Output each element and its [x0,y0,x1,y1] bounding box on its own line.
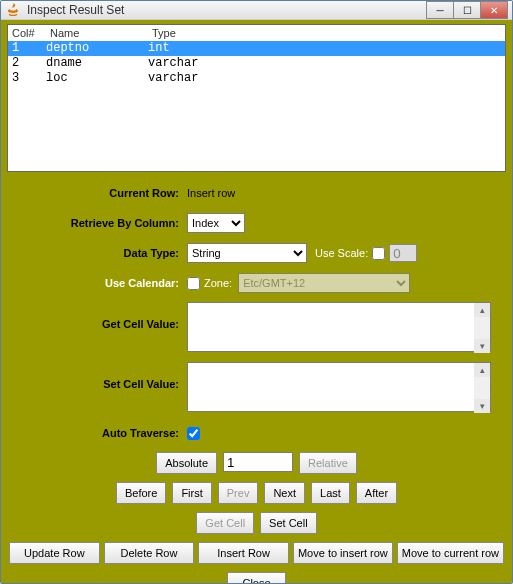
use-scale-checkbox[interactable] [372,247,385,260]
set-cell-button[interactable]: Set Cell [260,512,317,534]
label-get-cell: Get Cell Value: [7,302,187,330]
columns-table: Col# Name Type 1 deptno int 2 dname varc… [7,24,506,172]
absolute-button[interactable]: Absolute [156,452,217,474]
close-button[interactable]: Close [227,572,285,584]
titlebar: Inspect Result Set ─ ☐ ✕ [1,1,512,20]
table-body[interactable]: 1 deptno int 2 dname varchar 3 loc varch… [8,41,505,171]
zone-select[interactable]: Etc/GMT+12 [238,273,410,293]
table-header: Col# Name Type [8,25,505,41]
data-type-select[interactable]: String [187,243,307,263]
delete-row-button[interactable]: Delete Row [104,542,195,564]
cell-num: 2 [8,56,46,71]
minimize-button[interactable]: ─ [426,1,454,19]
form-area: Current Row: Insert row Retrieve By Colu… [7,172,506,584]
get-cell-textarea[interactable] [187,302,491,352]
header-type: Type [148,25,505,41]
last-button[interactable]: Last [311,482,350,504]
java-icon [5,2,21,18]
cell-type: int [148,41,505,56]
label-current-row: Current Row: [7,187,187,199]
label-use-calendar: Use Calendar: [7,277,187,289]
cell-type: varchar [148,71,505,86]
move-current-row-button[interactable]: Move to current row [397,542,504,564]
update-row-button[interactable]: Update Row [9,542,100,564]
window-title: Inspect Result Set [27,3,427,17]
next-button[interactable]: Next [264,482,305,504]
maximize-button[interactable]: ☐ [453,1,481,19]
cell-num: 3 [8,71,46,86]
after-button[interactable]: After [356,482,397,504]
label-use-scale: Use Scale: [315,247,368,259]
get-cell-button[interactable]: Get Cell [196,512,254,534]
cell-num: 1 [8,41,46,56]
label-auto-traverse: Auto Traverse: [7,427,187,439]
scale-input[interactable] [389,244,417,262]
close-window-button[interactable]: ✕ [480,1,508,19]
label-zone: Zone: [204,277,232,289]
scroll-up-icon[interactable]: ▴ [474,363,490,377]
value-current-row: Insert row [187,187,506,199]
window-buttons: ─ ☐ ✕ [427,1,508,19]
scrollbar[interactable]: ▴▾ [474,363,490,413]
scroll-up-icon[interactable]: ▴ [474,303,490,317]
scroll-down-icon[interactable]: ▾ [474,339,490,353]
first-button[interactable]: First [172,482,211,504]
content-area: Col# Name Type 1 deptno int 2 dname varc… [1,20,512,584]
before-button[interactable]: Before [116,482,166,504]
relative-button[interactable]: Relative [299,452,357,474]
cell-type: varchar [148,56,505,71]
auto-traverse-checkbox[interactable] [187,427,200,440]
window: Inspect Result Set ─ ☐ ✕ Col# Name Type … [0,0,513,584]
cell-name: deptno [46,41,148,56]
table-row[interactable]: 3 loc varchar [8,71,505,86]
cell-name: dname [46,56,148,71]
table-row[interactable]: 1 deptno int [8,41,505,56]
label-set-cell: Set Cell Value: [7,362,187,390]
prev-button[interactable]: Prev [218,482,259,504]
insert-row-button[interactable]: Insert Row [198,542,289,564]
move-insert-row-button[interactable]: Move to insert row [293,542,393,564]
scroll-down-icon[interactable]: ▾ [474,399,490,413]
cell-name: loc [46,71,148,86]
retrieve-by-select[interactable]: Index [187,213,245,233]
set-cell-textarea[interactable] [187,362,491,412]
header-name: Name [46,25,148,41]
use-calendar-checkbox[interactable] [187,277,200,290]
scrollbar[interactable]: ▴▾ [474,303,490,353]
absolute-input[interactable] [223,452,293,472]
label-data-type: Data Type: [7,247,187,259]
table-row[interactable]: 2 dname varchar [8,56,505,71]
label-retrieve-by: Retrieve By Column: [7,217,187,229]
header-colnum: Col# [8,25,46,41]
